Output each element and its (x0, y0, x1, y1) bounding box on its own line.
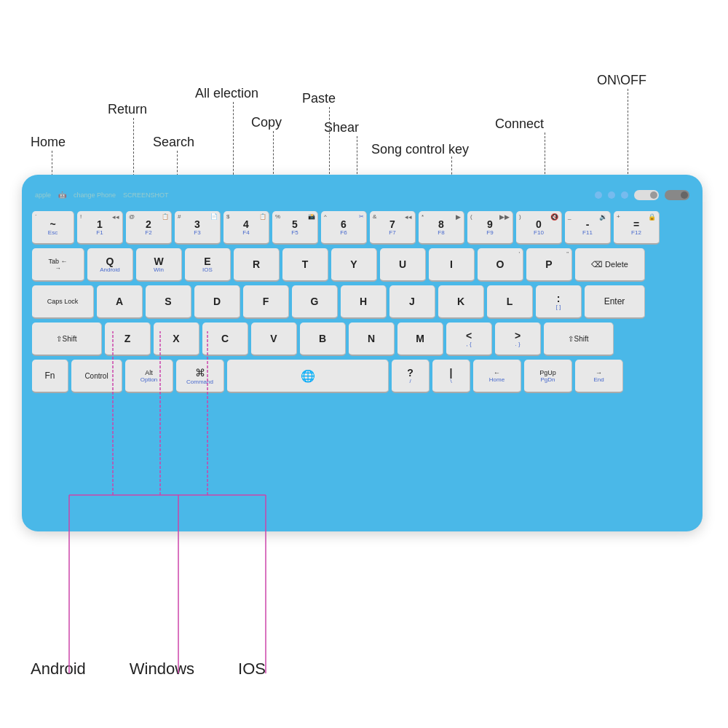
key-3-f3[interactable]: # 3 F3 📄 (175, 211, 221, 245)
key-m[interactable]: M (397, 323, 443, 356)
label-ios-bottom: IOS (238, 660, 266, 678)
indicator-3 (621, 191, 628, 199)
key-home[interactable]: ← Home (473, 360, 521, 393)
key-control[interactable]: Control (71, 360, 122, 393)
top-bar: apple 🤖 change Phone SCREENSHOT (32, 185, 692, 205)
key-end[interactable]: → End (575, 360, 623, 393)
key-caps-lock[interactable]: Caps Lock (32, 285, 94, 319)
key-6-f6[interactable]: ^ 6 F6 ✂ (321, 211, 367, 245)
key-7-f7[interactable]: & ◂◂ 7 F7 (370, 211, 416, 245)
line-paste (329, 107, 330, 178)
key-h[interactable]: H (341, 285, 387, 319)
keyboard-body: apple 🤖 change Phone SCREENSHOT (22, 175, 703, 531)
key-9-f9[interactable]: ( ▶▶ 9 F9 (467, 211, 513, 245)
key-period[interactable]: > . } (495, 323, 541, 356)
key-option[interactable]: Alt Option (125, 360, 173, 393)
label-home: Home (31, 135, 66, 150)
label-android-icon: 🤖 (58, 191, 66, 199)
key-p[interactable]: P " (526, 248, 572, 282)
key-space[interactable]: 🌐 (227, 360, 389, 393)
label-connect: Connect (495, 116, 544, 132)
key-t[interactable]: T (282, 248, 328, 282)
key-s[interactable]: S (146, 285, 191, 319)
key-backslash[interactable]: | \ (432, 360, 470, 393)
line-connect (545, 132, 545, 178)
key-l[interactable]: L (487, 285, 533, 319)
line-copy (273, 131, 274, 178)
key-w[interactable]: W Win (136, 248, 182, 282)
key-a[interactable]: A (97, 285, 143, 319)
label-paste: Paste (302, 91, 336, 106)
key-row-1: ` ~ Esc ! ◂◂ 1 F1 @ 2 F2 📋 (32, 211, 692, 245)
indicator-1 (595, 191, 602, 199)
key-i[interactable]: I (429, 248, 475, 282)
line-on-off (628, 89, 628, 178)
key-comma[interactable]: < , { (446, 323, 492, 356)
key-2-f2[interactable]: @ 2 F2 📋 (126, 211, 172, 245)
label-search: Search (153, 135, 194, 150)
top-bar-labels: apple 🤖 change Phone SCREENSHOT (35, 191, 169, 199)
keys-area: ` ~ Esc ! ◂◂ 1 F1 @ 2 F2 📋 (32, 211, 692, 393)
key-fn[interactable]: Fn (32, 360, 68, 393)
key-row-3: Caps Lock A S D F G H (32, 285, 692, 319)
key-f[interactable]: F (243, 285, 289, 319)
label-android-bottom: Android (31, 660, 86, 678)
key-c[interactable]: C (202, 323, 248, 356)
key-r[interactable]: R (234, 248, 280, 282)
key-semicolon[interactable]: : [ ] (536, 285, 582, 319)
label-screenshot: SCREENSHOT (123, 191, 169, 199)
key-y[interactable]: Y (331, 248, 377, 282)
bottom-labels: Android Windows IOS (31, 660, 266, 678)
diagram-container: Home Return Search All election Copy Pas… (0, 0, 728, 728)
key-k[interactable]: K (438, 285, 484, 319)
key-x[interactable]: X (154, 323, 199, 356)
key-g[interactable]: G (292, 285, 338, 319)
key-u[interactable]: U (380, 248, 426, 282)
label-windows-bottom: Windows (130, 660, 194, 678)
label-song-control: Song control key (371, 142, 469, 157)
switch-connect[interactable] (634, 190, 659, 200)
key-1-f1[interactable]: ! ◂◂ 1 F1 (77, 211, 123, 245)
label-return: Return (108, 102, 147, 117)
key-8-f8[interactable]: * ▶ 8 F8 (419, 211, 464, 245)
key-5-f5[interactable]: % 5 F5 📸 (272, 211, 318, 245)
label-copy: Copy (251, 115, 282, 130)
line-all-election (233, 102, 234, 178)
key-e[interactable]: E IOS (185, 248, 231, 282)
key-slash[interactable]: ? / (392, 360, 430, 393)
line-return (133, 118, 134, 176)
key-esc[interactable]: ` ~ Esc (32, 211, 74, 245)
key-z[interactable]: Z (105, 323, 151, 356)
key-row-2: Tab ← → Q Android W Win E IOS R (32, 248, 692, 282)
switch-on-off[interactable] (665, 190, 689, 200)
key-command[interactable]: ⌘ Command (176, 360, 224, 393)
key-n[interactable]: N (349, 323, 395, 356)
key-delete[interactable]: ⌫ Delete (575, 248, 645, 282)
key-d[interactable]: D (194, 285, 240, 319)
key-row-4: ⇧Shift Z X C V B N (32, 323, 692, 356)
line-shear (357, 136, 357, 178)
key-tab[interactable]: Tab ← → (32, 248, 84, 282)
key-j[interactable]: J (389, 285, 435, 319)
label-on-off: ON\OFF (597, 73, 646, 88)
key-equals-f12[interactable]: + 🔒 = F12 (614, 211, 660, 245)
indicator-2 (608, 191, 615, 199)
label-apple: apple (35, 191, 51, 199)
key-4-f4[interactable]: $ 4 F4 📋 (223, 211, 269, 245)
key-q[interactable]: Q Android (87, 248, 133, 282)
top-bar-right (595, 190, 689, 200)
key-row-5: Fn Control Alt Option ⌘ Command 🌐 (32, 360, 692, 393)
key-right-shift[interactable]: ⇧Shift (544, 323, 614, 356)
label-phone: change Phone (74, 191, 116, 199)
key-left-shift[interactable]: ⇧Shift (32, 323, 102, 356)
key-b[interactable]: B (300, 323, 346, 356)
key-0-f10[interactable]: ) 🔇 0 F10 (516, 211, 562, 245)
key-v[interactable]: V (251, 323, 297, 356)
key-enter[interactable]: Enter (585, 285, 645, 319)
label-all-election: All election (195, 86, 258, 101)
key-o[interactable]: O ' (478, 248, 523, 282)
key-pgup-pgdn[interactable]: PgUp PgDn (524, 360, 572, 393)
key-minus-f11[interactable]: _ 🔉 - F11 (565, 211, 611, 245)
